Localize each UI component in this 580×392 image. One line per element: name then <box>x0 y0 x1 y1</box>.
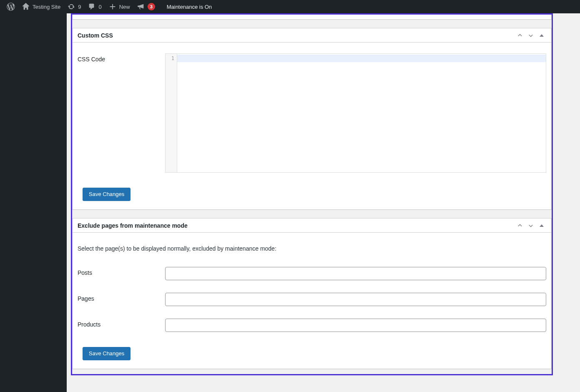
admin-bar: Testing Site 9 0 New 3 Maintenance is On <box>0 0 580 13</box>
updates-link[interactable]: 9 <box>64 0 84 13</box>
code-body <box>177 54 546 172</box>
pages-input[interactable] <box>165 293 546 306</box>
exclude-pages-body: Select the page(s) to be displayed norma… <box>73 233 551 369</box>
move-down-button[interactable] <box>526 221 535 230</box>
plus-icon <box>108 3 117 11</box>
maintenance-status-text: Maintenance is On <box>167 4 212 10</box>
custom-css-header: Custom CSS <box>73 28 551 43</box>
move-up-button[interactable] <box>515 221 525 230</box>
exclude-pages-header: Exclude pages from maintenance mode <box>73 219 551 233</box>
move-down-button[interactable] <box>526 31 535 40</box>
content-wrap: Custom CSS CSS Code <box>67 13 580 392</box>
wp-logo[interactable] <box>3 0 18 13</box>
site-name-link[interactable]: Testing Site <box>18 0 64 13</box>
maintenance-status-link[interactable]: Maintenance is On <box>163 0 215 13</box>
new-content-link[interactable]: New <box>105 0 133 13</box>
code-gutter: 1 <box>166 54 177 172</box>
previous-panel-bottom <box>72 15 552 20</box>
css-code-input[interactable] <box>177 54 546 172</box>
exclude-description: Select the page(s) to be displayed norma… <box>78 238 546 254</box>
wordpress-icon <box>7 3 15 11</box>
comments-link[interactable]: 0 <box>84 0 105 13</box>
site-name-text: Testing Site <box>33 4 60 10</box>
products-input[interactable] <box>165 319 546 332</box>
comment-icon <box>88 3 96 11</box>
plugin-notification-link[interactable]: 3 <box>133 0 158 13</box>
toggle-panel-button[interactable] <box>537 221 546 230</box>
toggle-panel-button[interactable] <box>537 31 546 40</box>
move-up-button[interactable] <box>515 31 525 40</box>
custom-css-panel: Custom CSS CSS Code <box>72 28 552 210</box>
panel-handle-actions <box>515 221 546 230</box>
save-button[interactable]: Save Changes <box>83 188 131 201</box>
comments-count: 0 <box>98 4 101 10</box>
notification-badge: 3 <box>148 3 155 10</box>
updates-count: 9 <box>78 4 81 10</box>
highlighted-region: Custom CSS CSS Code <box>71 13 553 375</box>
home-icon <box>22 3 30 11</box>
css-code-label: CSS Code <box>78 53 165 63</box>
exclude-pages-title: Exclude pages from maintenance mode <box>78 222 188 229</box>
exclude-pages-panel: Exclude pages from maintenance mode Sele… <box>72 218 552 369</box>
update-icon <box>67 3 75 11</box>
custom-css-title: Custom CSS <box>78 32 113 39</box>
megaphone-icon <box>137 3 145 11</box>
pages-label: Pages <box>78 293 165 302</box>
css-code-editor: 1 <box>165 53 546 173</box>
new-label: New <box>119 4 130 10</box>
line-number-1: 1 <box>166 55 177 62</box>
panel-handle-actions <box>515 31 546 40</box>
admin-sidebar <box>0 13 67 392</box>
products-label: Products <box>78 319 165 328</box>
save-button[interactable]: Save Changes <box>83 347 131 360</box>
posts-label: Posts <box>78 267 165 276</box>
posts-input[interactable] <box>165 267 546 280</box>
custom-css-body: CSS Code 1 Save Changes <box>73 43 551 209</box>
